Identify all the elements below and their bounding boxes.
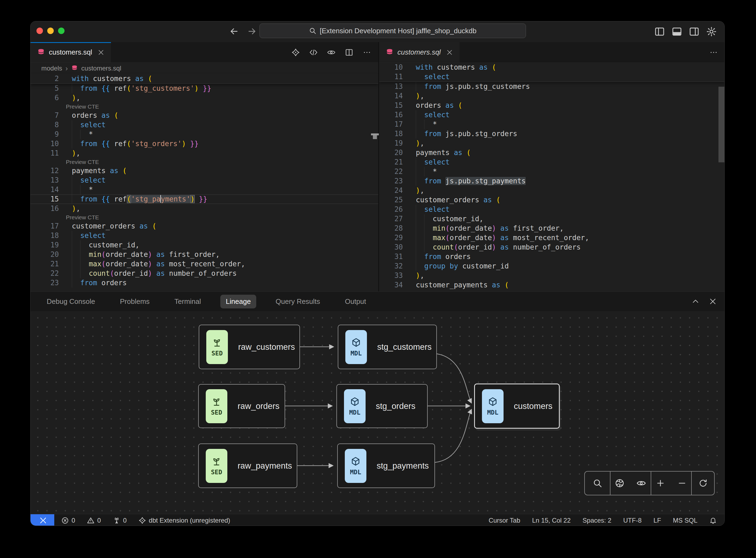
code-line[interactable]: 20 min(order_date) as first_order, (30, 250, 378, 259)
codelens-link[interactable]: Preview CTE (59, 213, 99, 222)
line-number[interactable]: 14 (30, 185, 65, 195)
code-line[interactable]: 26 select (379, 205, 725, 214)
code-line[interactable]: 33), (379, 271, 725, 280)
line-content[interactable]: * (65, 185, 378, 195)
close-icon[interactable] (709, 297, 717, 305)
layout-panel-icon[interactable] (672, 26, 682, 37)
line-number[interactable]: 28 (379, 224, 409, 233)
line-number[interactable]: 25 (379, 195, 409, 205)
status-tower[interactable]: 0 (113, 517, 127, 524)
status-bell[interactable] (709, 517, 717, 524)
line-number[interactable]: 10 (30, 139, 65, 149)
code-line[interactable]: 19), (379, 138, 725, 148)
line-number[interactable]: 13 (379, 82, 409, 91)
code-icon[interactable] (309, 48, 318, 57)
scrollbar-decoration[interactable] (371, 133, 379, 135)
ellipsis-icon[interactable] (709, 48, 718, 57)
line-number[interactable]: 29 (379, 233, 409, 243)
panel-tab-query-results[interactable]: Query Results (270, 295, 325, 308)
line-number[interactable]: 16 (30, 204, 65, 213)
line-number[interactable]: 5 (30, 84, 65, 93)
line-number[interactable]: 30 (379, 243, 409, 252)
status-ms-sql[interactable]: MS SQL (673, 517, 697, 524)
panel-tab-output[interactable]: Output (340, 295, 371, 308)
line-number[interactable]: 18 (30, 231, 65, 240)
line-content[interactable]: payments as ( (65, 166, 378, 176)
line-number[interactable]: 18 (379, 129, 409, 138)
code-line[interactable]: 28 min(order_date) as first_order, (379, 224, 725, 233)
code-line[interactable]: 11), (30, 149, 378, 158)
line-content[interactable]: * (409, 120, 725, 129)
code-line[interactable]: 21 select (379, 157, 725, 167)
code-line[interactable]: 21 max(order_date) as most_recent_order, (30, 259, 378, 269)
code-line[interactable]: 27 customer_id, (379, 214, 725, 224)
line-content[interactable]: orders as ( (65, 111, 378, 120)
status-warning[interactable]: 0 (87, 517, 101, 524)
line-content[interactable]: ), (65, 149, 378, 158)
arrow-back-icon[interactable] (229, 26, 239, 36)
status-dbt[interactable]: dbt Extension (unregistered) (138, 517, 230, 524)
panel-tab-problems[interactable]: Problems (114, 295, 155, 308)
line-content[interactable]: from js.pub.stg_payments (409, 176, 725, 186)
eye-icon[interactable] (327, 48, 336, 57)
breadcrumb-file[interactable]: customers.sql (81, 65, 121, 72)
line-content[interactable]: ), (409, 271, 725, 280)
lineage-node-raw_customers[interactable]: SEDraw_customers (199, 325, 300, 369)
line-number[interactable]: 22 (30, 269, 65, 278)
code-lines[interactable]: 5 from {{ ref('stg_customers') }}6),Prev… (30, 84, 378, 288)
line-number[interactable]: 19 (379, 138, 409, 148)
line-number[interactable]: 26 (379, 205, 409, 214)
line-number[interactable]: 7 (30, 111, 65, 120)
code-line[interactable]: 12payments as ( (30, 166, 378, 176)
line-number[interactable]: 34 (379, 280, 409, 290)
line-content[interactable]: from orders (65, 278, 378, 288)
refresh-icon[interactable] (698, 478, 708, 488)
line-number[interactable]: 21 (379, 157, 409, 167)
line-content[interactable]: payments as ( (409, 148, 725, 157)
lineage-node-stg_orders[interactable]: MDLstg_orders (336, 384, 428, 428)
code-line[interactable]: 13 from js.pub.stg_customers (379, 82, 725, 91)
eye-icon[interactable] (636, 478, 646, 488)
line-number[interactable]: 11 (379, 72, 409, 81)
line-number[interactable]: 23 (379, 176, 409, 186)
panel-tab-lineage[interactable]: Lineage (220, 295, 256, 308)
code-line[interactable]: 19 customer_id, (30, 240, 378, 250)
code-line[interactable]: 16), (30, 204, 378, 213)
code-line[interactable]: 22 count(order_id) as number_of_orders (30, 269, 378, 278)
ellipsis-icon[interactable] (363, 48, 371, 57)
line-number[interactable]: 6 (30, 93, 65, 103)
line-content[interactable]: min(order_date) as first_order, (409, 224, 725, 233)
line-number[interactable]: 31 (379, 252, 409, 261)
line-content[interactable]: with customers as ( (409, 63, 725, 72)
code-line[interactable]: 16 select (379, 110, 725, 120)
line-content[interactable]: ), (409, 186, 725, 195)
code-line[interactable]: 18 select (30, 231, 378, 240)
codelens-link[interactable]: Preview CTE (59, 158, 99, 166)
line-number[interactable]: 17 (30, 222, 65, 231)
line-number[interactable]: 21 (30, 259, 65, 269)
code-lines[interactable]: 13 from js.pub.stg_customers14),15orders… (379, 82, 725, 290)
code-line[interactable]: 8 select (30, 120, 378, 130)
line-content[interactable]: count(order_id) as number_of_orders (409, 243, 725, 252)
code-line[interactable]: 30 count(order_id) as number_of_orders (379, 243, 725, 252)
code-line[interactable]: 14), (379, 91, 725, 101)
line-content[interactable]: ), (409, 138, 725, 148)
lineage-node-stg_customers[interactable]: MDLstg_customers (338, 325, 437, 369)
line-number[interactable]: 13 (30, 176, 65, 185)
line-content[interactable]: customer_payments as ( (409, 280, 725, 290)
line-number[interactable]: 2 (30, 74, 65, 83)
layout-sidebar-left-icon[interactable] (654, 26, 665, 37)
line-number[interactable]: 20 (379, 148, 409, 157)
code-line[interactable]: 23 from orders (30, 278, 378, 288)
lineage-node-customers[interactable]: MDLcustomers (474, 383, 560, 429)
line-number[interactable]: 9 (30, 130, 65, 139)
line-number[interactable]: 33 (379, 271, 409, 280)
line-number[interactable]: 8 (30, 120, 65, 130)
status-utf-8[interactable]: UTF-8 (623, 517, 642, 524)
line-number[interactable]: 22 (379, 167, 409, 176)
dbt-icon[interactable] (291, 48, 300, 57)
split-editor-icon[interactable] (345, 48, 354, 57)
gear-icon[interactable] (706, 26, 717, 37)
maximize-window-button[interactable] (58, 28, 64, 34)
code-line[interactable]: 34customer_payments as ( (379, 280, 725, 290)
